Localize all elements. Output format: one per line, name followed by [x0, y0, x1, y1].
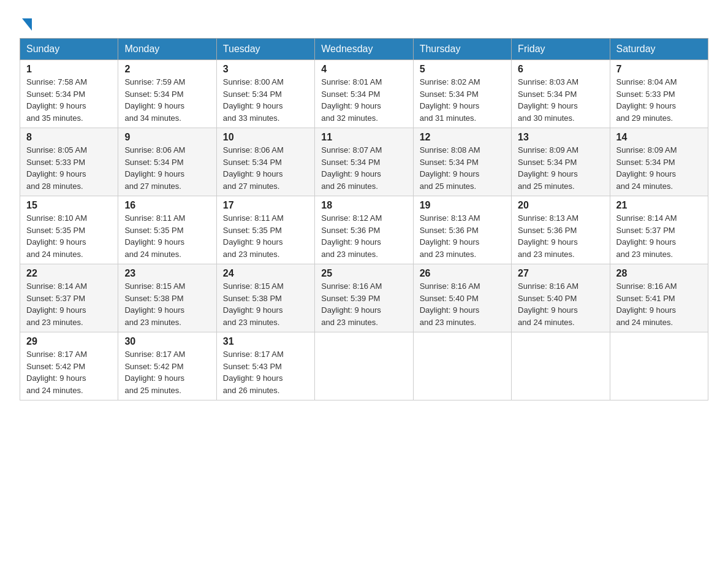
logo-arrow-icon: [22, 18, 32, 31]
calendar-cell: 13 Sunrise: 8:09 AMSunset: 5:34 PMDaylig…: [512, 128, 610, 196]
calendar-cell: [512, 332, 610, 400]
day-number: 15: [26, 200, 112, 211]
weekday-header-thursday: Thursday: [413, 39, 511, 60]
calendar-week-row: 15 Sunrise: 8:10 AMSunset: 5:35 PMDaylig…: [20, 196, 708, 264]
day-info: Sunrise: 8:14 AMSunset: 5:37 PMDaylight:…: [26, 282, 87, 327]
day-number: 23: [124, 268, 210, 279]
calendar-cell: 1 Sunrise: 7:58 AMSunset: 5:34 PMDayligh…: [20, 60, 118, 128]
day-info: Sunrise: 8:16 AMSunset: 5:40 PMDaylight:…: [420, 282, 480, 327]
calendar-cell: [413, 332, 511, 400]
day-number: 24: [223, 268, 308, 279]
calendar-week-row: 1 Sunrise: 7:58 AMSunset: 5:34 PMDayligh…: [20, 60, 708, 128]
weekday-header-monday: Monday: [118, 39, 216, 60]
calendar-cell: 23 Sunrise: 8:15 AMSunset: 5:38 PMDaylig…: [118, 264, 216, 332]
calendar-cell: 16 Sunrise: 8:11 AMSunset: 5:35 PMDaylig…: [118, 196, 216, 264]
day-number: 1: [26, 64, 112, 75]
calendar-cell: 11 Sunrise: 8:07 AMSunset: 5:34 PMDaylig…: [315, 128, 413, 196]
calendar-week-row: 29 Sunrise: 8:17 AMSunset: 5:42 PMDaylig…: [20, 332, 708, 400]
calendar-cell: 22 Sunrise: 8:14 AMSunset: 5:37 PMDaylig…: [20, 264, 118, 332]
day-info: Sunrise: 8:06 AMSunset: 5:34 PMDaylight:…: [124, 145, 185, 191]
day-number: 4: [321, 64, 406, 75]
day-number: 19: [420, 200, 505, 211]
day-info: Sunrise: 8:03 AMSunset: 5:34 PMDaylight:…: [518, 77, 578, 123]
calendar-cell: 21 Sunrise: 8:14 AMSunset: 5:37 PMDaylig…: [610, 196, 708, 264]
day-number: 20: [518, 200, 603, 211]
day-number: 11: [321, 132, 406, 143]
day-number: 28: [616, 268, 702, 279]
calendar-cell: 6 Sunrise: 8:03 AMSunset: 5:34 PMDayligh…: [512, 60, 610, 128]
day-info: Sunrise: 8:01 AMSunset: 5:34 PMDaylight:…: [321, 77, 382, 123]
calendar-week-row: 8 Sunrise: 8:05 AMSunset: 5:33 PMDayligh…: [20, 128, 708, 196]
logo: [20, 15, 32, 28]
day-info: Sunrise: 8:17 AMSunset: 5:42 PMDaylight:…: [124, 350, 185, 395]
day-number: 3: [223, 64, 308, 75]
day-info: Sunrise: 8:05 AMSunset: 5:33 PMDaylight:…: [26, 145, 87, 191]
day-number: 26: [420, 268, 505, 279]
day-number: 10: [223, 132, 308, 143]
day-number: 27: [518, 268, 603, 279]
calendar-cell: 5 Sunrise: 8:02 AMSunset: 5:34 PMDayligh…: [413, 60, 511, 128]
day-info: Sunrise: 8:15 AMSunset: 5:38 PMDaylight:…: [124, 282, 185, 327]
day-info: Sunrise: 8:11 AMSunset: 5:35 PMDaylight:…: [223, 213, 284, 259]
day-info: Sunrise: 8:02 AMSunset: 5:34 PMDaylight:…: [420, 77, 480, 123]
calendar-cell: [315, 332, 413, 400]
day-number: 31: [223, 336, 308, 347]
day-number: 6: [518, 64, 603, 75]
calendar-cell: 12 Sunrise: 8:08 AMSunset: 5:34 PMDaylig…: [413, 128, 511, 196]
calendar-cell: 17 Sunrise: 8:11 AMSunset: 5:35 PMDaylig…: [216, 196, 314, 264]
day-info: Sunrise: 7:59 AMSunset: 5:34 PMDaylight:…: [124, 77, 185, 123]
calendar-cell: 8 Sunrise: 8:05 AMSunset: 5:33 PMDayligh…: [20, 128, 118, 196]
calendar-cell: 25 Sunrise: 8:16 AMSunset: 5:39 PMDaylig…: [315, 264, 413, 332]
day-info: Sunrise: 8:17 AMSunset: 5:42 PMDaylight:…: [26, 350, 87, 395]
day-number: 8: [26, 132, 112, 143]
day-number: 16: [124, 200, 210, 211]
day-info: Sunrise: 8:06 AMSunset: 5:34 PMDaylight:…: [223, 145, 284, 191]
calendar-cell: 29 Sunrise: 8:17 AMSunset: 5:42 PMDaylig…: [20, 332, 118, 400]
calendar-cell: 27 Sunrise: 8:16 AMSunset: 5:40 PMDaylig…: [512, 264, 610, 332]
day-info: Sunrise: 8:08 AMSunset: 5:34 PMDaylight:…: [420, 145, 480, 191]
calendar-cell: 14 Sunrise: 8:09 AMSunset: 5:34 PMDaylig…: [610, 128, 708, 196]
calendar-week-row: 22 Sunrise: 8:14 AMSunset: 5:37 PMDaylig…: [20, 264, 708, 332]
day-number: 2: [124, 64, 210, 75]
day-number: 25: [321, 268, 406, 279]
day-number: 9: [124, 132, 210, 143]
calendar-cell: 9 Sunrise: 8:06 AMSunset: 5:34 PMDayligh…: [118, 128, 216, 196]
day-info: Sunrise: 8:12 AMSunset: 5:36 PMDaylight:…: [321, 213, 382, 259]
day-info: Sunrise: 8:13 AMSunset: 5:36 PMDaylight:…: [518, 213, 578, 259]
day-info: Sunrise: 8:16 AMSunset: 5:40 PMDaylight:…: [518, 282, 578, 327]
day-info: Sunrise: 8:16 AMSunset: 5:39 PMDaylight:…: [321, 282, 382, 327]
calendar-table: SundayMondayTuesdayWednesdayThursdayFrid…: [20, 38, 708, 400]
day-info: Sunrise: 8:11 AMSunset: 5:35 PMDaylight:…: [124, 213, 185, 259]
day-info: Sunrise: 8:07 AMSunset: 5:34 PMDaylight:…: [321, 145, 382, 191]
calendar-cell: 7 Sunrise: 8:04 AMSunset: 5:33 PMDayligh…: [610, 60, 708, 128]
day-number: 12: [420, 132, 505, 143]
weekday-header-friday: Friday: [512, 39, 610, 60]
day-number: 18: [321, 200, 406, 211]
calendar-cell: 3 Sunrise: 8:00 AMSunset: 5:34 PMDayligh…: [216, 60, 314, 128]
day-info: Sunrise: 8:10 AMSunset: 5:35 PMDaylight:…: [26, 213, 87, 259]
calendar-cell: 24 Sunrise: 8:15 AMSunset: 5:38 PMDaylig…: [216, 264, 314, 332]
day-info: Sunrise: 8:09 AMSunset: 5:34 PMDaylight:…: [616, 145, 677, 191]
calendar-cell: 2 Sunrise: 7:59 AMSunset: 5:34 PMDayligh…: [118, 60, 216, 128]
calendar-header-row: SundayMondayTuesdayWednesdayThursdayFrid…: [20, 39, 708, 60]
day-number: 17: [223, 200, 308, 211]
page-header: [20, 15, 708, 28]
day-info: Sunrise: 8:17 AMSunset: 5:43 PMDaylight:…: [223, 350, 284, 395]
day-info: Sunrise: 8:00 AMSunset: 5:34 PMDaylight:…: [223, 77, 284, 123]
calendar-cell: 19 Sunrise: 8:13 AMSunset: 5:36 PMDaylig…: [413, 196, 511, 264]
day-info: Sunrise: 8:15 AMSunset: 5:38 PMDaylight:…: [223, 282, 284, 327]
day-number: 22: [26, 268, 112, 279]
weekday-header-saturday: Saturday: [610, 39, 708, 60]
day-number: 30: [124, 336, 210, 347]
day-info: Sunrise: 8:16 AMSunset: 5:41 PMDaylight:…: [616, 282, 677, 327]
day-number: 21: [616, 200, 702, 211]
weekday-header-sunday: Sunday: [20, 39, 118, 60]
calendar-cell: 31 Sunrise: 8:17 AMSunset: 5:43 PMDaylig…: [216, 332, 314, 400]
calendar-cell: [610, 332, 708, 400]
weekday-header-tuesday: Tuesday: [216, 39, 314, 60]
day-info: Sunrise: 8:04 AMSunset: 5:33 PMDaylight:…: [616, 77, 677, 123]
day-number: 14: [616, 132, 702, 143]
calendar-cell: 28 Sunrise: 8:16 AMSunset: 5:41 PMDaylig…: [610, 264, 708, 332]
day-number: 7: [616, 64, 702, 75]
calendar-cell: 15 Sunrise: 8:10 AMSunset: 5:35 PMDaylig…: [20, 196, 118, 264]
